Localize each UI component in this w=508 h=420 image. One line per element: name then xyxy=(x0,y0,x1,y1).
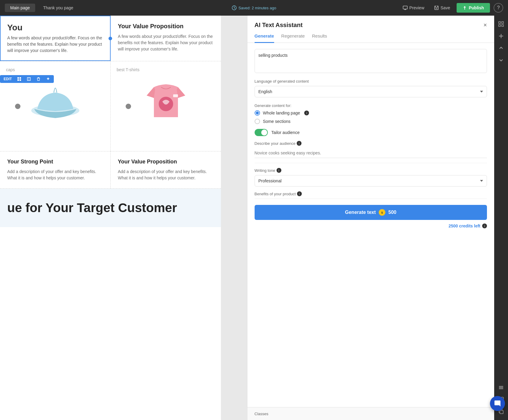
tone-info-icon[interactable]: i xyxy=(277,168,281,173)
chat-bubble[interactable] xyxy=(490,396,505,411)
canvas-area: EDIT You A few words about your p xyxy=(0,16,247,420)
svg-rect-5 xyxy=(17,79,19,81)
whole-page-info-icon[interactable]: i xyxy=(304,111,309,115)
ai-close-button[interactable]: × xyxy=(483,22,487,29)
tab-generate[interactable]: Generate xyxy=(255,33,274,43)
product-cell-1[interactable]: caps xyxy=(0,61,111,151)
strong-point-title: Your Strong Point xyxy=(7,159,103,165)
value-prop-text: A few words about your product/offer. Fo… xyxy=(118,33,214,52)
add-icon-button[interactable] xyxy=(496,31,506,41)
language-label: Language of generated content xyxy=(255,79,487,84)
layers-icon xyxy=(498,385,504,390)
tone-select[interactable]: Professional Casual Friendly Formal Pers… xyxy=(255,175,487,187)
canvas-inner: EDIT You A few words about your p xyxy=(0,16,221,420)
slider-dot-left[interactable] xyxy=(15,104,20,109)
svg-rect-6 xyxy=(20,79,21,81)
chevron-down-button[interactable] xyxy=(496,55,506,65)
svg-rect-1 xyxy=(403,6,407,9)
credits-cost: 500 xyxy=(388,210,396,215)
radio-some-sections[interactable]: Some sections xyxy=(255,119,487,124)
preview-button[interactable]: Preview xyxy=(400,4,427,12)
chevron-up-icon xyxy=(499,46,503,50)
toolbar-delete[interactable] xyxy=(34,76,43,82)
writing-tone-label: Writing tone i xyxy=(255,168,487,173)
clock-icon xyxy=(232,5,237,10)
radio-whole-page[interactable]: Whole landing page i xyxy=(255,110,487,116)
tab-results[interactable]: Results xyxy=(312,33,327,43)
strong-section: Your Strong Point Add a description of y… xyxy=(0,151,221,189)
tab-thank-you[interactable]: Thank you page xyxy=(38,4,78,12)
benefits-divider xyxy=(255,199,487,199)
ai-panel-title: AI Text Assistant xyxy=(255,22,303,29)
radio-sections-circle xyxy=(255,119,260,124)
generate-text-button[interactable]: Generate text $ 500 xyxy=(255,205,487,220)
language-select[interactable]: English Spanish French German xyxy=(255,86,487,97)
hero-title: ue for Your Target Customer xyxy=(7,201,214,215)
credits-info-icon[interactable]: i xyxy=(482,224,487,228)
edit-toolbar: EDIT xyxy=(0,75,54,83)
topic-input[interactable]: selling products xyxy=(255,49,487,73)
tailor-label: Tailor audience xyxy=(271,130,300,135)
selected-cell[interactable]: You A few words about your product/offer… xyxy=(0,16,111,61)
edit-button[interactable]: EDIT xyxy=(1,76,14,82)
svg-rect-14 xyxy=(499,22,500,23)
tailor-toggle-row: Tailor audience xyxy=(255,129,487,136)
hero-section[interactable]: ue for Your Target Customer xyxy=(0,189,221,227)
tab-main-page[interactable]: Main page xyxy=(5,4,35,12)
svg-rect-15 xyxy=(502,22,503,23)
publish-icon xyxy=(463,6,467,10)
save-icon xyxy=(434,5,439,10)
svg-rect-17 xyxy=(502,25,503,26)
benefits-info-icon[interactable]: i xyxy=(297,191,302,196)
value-prop2-title: Your Value Proposition xyxy=(118,159,214,165)
toolbar-ai[interactable] xyxy=(44,76,53,82)
value-prop-cell[interactable]: Your Value Proposition A few words about… xyxy=(111,16,221,61)
slider-dot-right[interactable] xyxy=(126,104,131,109)
product-cell-2[interactable]: best T-shirts xyxy=(111,61,221,151)
audience-input[interactable] xyxy=(255,148,487,158)
classes-label: Classes xyxy=(255,412,268,416)
audience-info-icon[interactable]: i xyxy=(297,141,301,146)
svg-rect-25 xyxy=(500,410,503,414)
ai-panel-header: AI Text Assistant × xyxy=(247,16,494,29)
you-label: You xyxy=(7,23,103,32)
credits-left-text: 2500 credits left xyxy=(448,224,480,228)
layers-icon-button[interactable] xyxy=(496,382,506,393)
help-button[interactable]: ? xyxy=(494,3,503,13)
credits-row: 2500 credits left i xyxy=(255,224,487,228)
toolbar-icon1[interactable] xyxy=(15,76,24,82)
publish-button[interactable]: Publish xyxy=(457,3,490,13)
tailor-toggle[interactable] xyxy=(255,129,268,136)
ai-panel: AI Text Assistant × Generate Regenerate … xyxy=(247,16,494,420)
radio-whole-circle xyxy=(255,110,260,116)
tab-regenerate[interactable]: Regenerate xyxy=(281,33,305,43)
cap-image xyxy=(25,78,85,126)
chevron-down-icon xyxy=(499,58,503,62)
tshirt-image xyxy=(136,78,196,126)
chevron-up-button[interactable] xyxy=(496,43,506,53)
grid-icon-button[interactable] xyxy=(496,19,506,29)
toolbar-icon2[interactable] xyxy=(24,76,33,82)
monitor-icon xyxy=(403,5,408,10)
strong-point-cell[interactable]: Your Strong Point Add a description of y… xyxy=(0,151,111,188)
product1-label: caps xyxy=(6,67,15,72)
chat-icon xyxy=(494,400,501,407)
value-prop-title: Your Value Proposition xyxy=(118,23,214,30)
ai-content: selling products Language of generated c… xyxy=(247,43,494,234)
value-prop2-cell[interactable]: Your Value Proposition Add a description… xyxy=(111,151,221,188)
svg-rect-11 xyxy=(173,94,178,97)
save-button[interactable]: Save xyxy=(431,4,453,12)
saved-indicator: Saved: 2 minutes ago xyxy=(232,5,276,10)
radio-sections-label: Some sections xyxy=(263,119,291,124)
svg-rect-3 xyxy=(17,77,19,79)
generate-for-label: Generate content for: xyxy=(255,103,487,108)
classes-section: Classes xyxy=(247,407,494,420)
strong-point-text: Add a description of your offer and key … xyxy=(7,169,103,181)
icon-bar xyxy=(494,16,508,420)
divider-1 xyxy=(255,163,487,163)
audience-label: Describe your audience i xyxy=(255,141,487,146)
radio-whole-label: Whole landing page xyxy=(263,111,300,115)
ai-tabs: Generate Regenerate Results xyxy=(247,29,494,43)
benefits-label: Benefits of your product i xyxy=(255,191,487,196)
grid-icon xyxy=(498,21,504,27)
